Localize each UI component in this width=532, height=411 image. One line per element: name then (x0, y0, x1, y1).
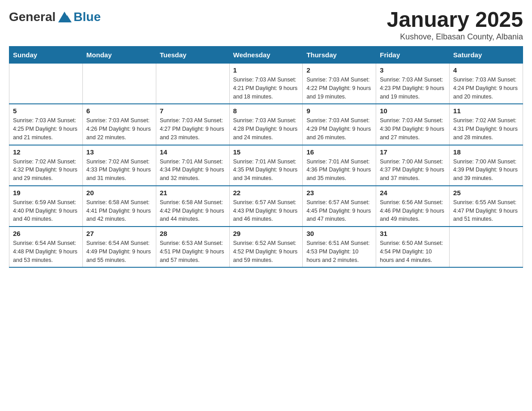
calendar-cell-week1-day6: 3Sunrise: 7:03 AM Sunset: 4:23 PM Daylig… (376, 64, 450, 104)
calendar-cell-week3-day6: 17Sunrise: 7:00 AM Sunset: 4:37 PM Dayli… (376, 145, 450, 186)
logo-icon (56, 9, 73, 25)
day-number: 13 (86, 148, 152, 156)
calendar-cell-week4-day3: 21Sunrise: 6:58 AM Sunset: 4:42 PM Dayli… (156, 186, 229, 227)
calendar-week-3: 12Sunrise: 7:02 AM Sunset: 4:32 PM Dayli… (9, 145, 523, 186)
day-info: Sunrise: 6:52 AM Sunset: 4:52 PM Dayligh… (233, 239, 299, 264)
page-header: General Blue January 2025 Kushove, Elbas… (9, 9, 523, 42)
calendar-week-5: 26Sunrise: 6:54 AM Sunset: 4:48 PM Dayli… (9, 227, 523, 267)
day-info: Sunrise: 7:03 AM Sunset: 4:26 PM Dayligh… (86, 116, 152, 141)
logo: General Blue (9, 9, 101, 25)
calendar-cell-week4-day1: 19Sunrise: 6:59 AM Sunset: 4:40 PM Dayli… (9, 186, 83, 227)
day-info: Sunrise: 7:03 AM Sunset: 4:25 PM Dayligh… (13, 116, 79, 141)
day-info: Sunrise: 7:03 AM Sunset: 4:24 PM Dayligh… (453, 76, 519, 101)
calendar-header-tuesday: Tuesday (156, 47, 229, 64)
calendar-cell-week4-day2: 20Sunrise: 6:58 AM Sunset: 4:41 PM Dayli… (82, 186, 156, 227)
day-info: Sunrise: 7:01 AM Sunset: 4:36 PM Dayligh… (306, 158, 372, 183)
calendar-cell-week5-day1: 26Sunrise: 6:54 AM Sunset: 4:48 PM Dayli… (9, 227, 83, 267)
day-number: 5 (13, 107, 79, 115)
day-info: Sunrise: 7:02 AM Sunset: 4:32 PM Dayligh… (13, 158, 79, 183)
calendar-header-wednesday: Wednesday (229, 47, 303, 64)
calendar-cell-week5-day6: 31Sunrise: 6:50 AM Sunset: 4:54 PM Dayli… (376, 227, 450, 267)
calendar-cell-week3-day4: 15Sunrise: 7:01 AM Sunset: 4:35 PM Dayli… (229, 145, 303, 186)
title-section: January 2025 Kushove, Elbasan County, Al… (387, 9, 523, 42)
day-number: 20 (86, 189, 152, 197)
calendar-cell-week4-day6: 24Sunrise: 6:56 AM Sunset: 4:46 PM Dayli… (376, 186, 450, 227)
day-number: 1 (233, 66, 299, 74)
day-number: 26 (13, 230, 79, 237)
calendar-cell-week3-day2: 13Sunrise: 7:02 AM Sunset: 4:33 PM Dayli… (82, 145, 156, 186)
calendar-header-saturday: Saturday (450, 47, 523, 64)
day-info: Sunrise: 7:00 AM Sunset: 4:37 PM Dayligh… (380, 158, 446, 183)
day-number: 8 (233, 107, 299, 115)
day-number: 31 (380, 230, 446, 237)
day-number: 23 (306, 189, 372, 197)
day-number: 29 (233, 230, 299, 237)
calendar-header-friday: Friday (376, 47, 450, 64)
calendar-cell-week4-day7: 25Sunrise: 6:55 AM Sunset: 4:47 PM Dayli… (450, 186, 523, 227)
day-info: Sunrise: 6:55 AM Sunset: 4:47 PM Dayligh… (453, 198, 519, 223)
calendar-cell-week4-day4: 22Sunrise: 6:57 AM Sunset: 4:43 PM Dayli… (229, 186, 303, 227)
day-info: Sunrise: 7:03 AM Sunset: 4:21 PM Dayligh… (233, 76, 299, 101)
calendar-table: SundayMondayTuesdayWednesdayThursdayFrid… (9, 46, 523, 268)
day-info: Sunrise: 7:02 AM Sunset: 4:33 PM Dayligh… (86, 158, 152, 183)
day-number: 11 (453, 107, 519, 115)
day-number: 12 (13, 148, 79, 156)
day-number: 25 (453, 189, 519, 197)
day-number: 6 (86, 107, 152, 115)
day-number: 17 (380, 148, 446, 156)
calendar-cell-week2-day7: 11Sunrise: 7:02 AM Sunset: 4:31 PM Dayli… (450, 104, 523, 145)
day-info: Sunrise: 6:59 AM Sunset: 4:40 PM Dayligh… (13, 198, 79, 223)
day-info: Sunrise: 7:03 AM Sunset: 4:27 PM Dayligh… (160, 116, 226, 141)
calendar-cell-week2-day2: 6Sunrise: 7:03 AM Sunset: 4:26 PM Daylig… (82, 104, 156, 145)
day-number: 18 (453, 148, 519, 156)
day-info: Sunrise: 6:58 AM Sunset: 4:42 PM Dayligh… (160, 198, 226, 223)
day-info: Sunrise: 7:03 AM Sunset: 4:28 PM Dayligh… (233, 116, 299, 141)
calendar-cell-week5-day3: 28Sunrise: 6:53 AM Sunset: 4:51 PM Dayli… (156, 227, 229, 267)
calendar-cell-week3-day5: 16Sunrise: 7:01 AM Sunset: 4:36 PM Dayli… (303, 145, 376, 186)
day-info: Sunrise: 7:03 AM Sunset: 4:23 PM Dayligh… (380, 76, 446, 101)
day-number: 3 (380, 66, 446, 74)
day-info: Sunrise: 6:58 AM Sunset: 4:41 PM Dayligh… (86, 198, 152, 223)
day-number: 19 (13, 189, 79, 197)
day-info: Sunrise: 7:03 AM Sunset: 4:30 PM Dayligh… (380, 116, 446, 141)
day-info: Sunrise: 7:03 AM Sunset: 4:22 PM Dayligh… (306, 76, 372, 101)
day-number: 7 (160, 107, 226, 115)
calendar-header-thursday: Thursday (303, 47, 376, 64)
calendar-cell-week2-day1: 5Sunrise: 7:03 AM Sunset: 4:25 PM Daylig… (9, 104, 83, 145)
day-number: 10 (380, 107, 446, 115)
day-number: 22 (233, 189, 299, 197)
location-title: Kushove, Elbasan County, Albania (387, 32, 523, 42)
day-info: Sunrise: 7:01 AM Sunset: 4:34 PM Dayligh… (160, 158, 226, 183)
logo-general-text: General (9, 10, 56, 24)
day-info: Sunrise: 7:02 AM Sunset: 4:31 PM Dayligh… (453, 116, 519, 141)
day-number: 27 (86, 230, 152, 237)
day-info: Sunrise: 7:01 AM Sunset: 4:35 PM Dayligh… (233, 158, 299, 183)
day-number: 21 (160, 189, 226, 197)
day-info: Sunrise: 6:57 AM Sunset: 4:43 PM Dayligh… (233, 198, 299, 223)
day-info: Sunrise: 6:53 AM Sunset: 4:51 PM Dayligh… (160, 239, 226, 264)
day-number: 14 (160, 148, 226, 156)
day-number: 24 (380, 189, 446, 197)
calendar-cell-week1-day1 (9, 64, 83, 104)
calendar-cell-week5-day5: 30Sunrise: 6:51 AM Sunset: 4:53 PM Dayli… (303, 227, 376, 267)
calendar-week-1: 1Sunrise: 7:03 AM Sunset: 4:21 PM Daylig… (9, 64, 523, 104)
day-info: Sunrise: 6:50 AM Sunset: 4:54 PM Dayligh… (380, 239, 446, 264)
month-title: January 2025 (387, 9, 523, 30)
calendar-cell-week5-day7 (450, 227, 523, 267)
calendar-week-2: 5Sunrise: 7:03 AM Sunset: 4:25 PM Daylig… (9, 104, 523, 145)
calendar-cell-week1-day7: 4Sunrise: 7:03 AM Sunset: 4:24 PM Daylig… (450, 64, 523, 104)
calendar-cell-week3-day7: 18Sunrise: 7:00 AM Sunset: 4:39 PM Dayli… (450, 145, 523, 186)
calendar-cell-week5-day2: 27Sunrise: 6:54 AM Sunset: 4:49 PM Dayli… (82, 227, 156, 267)
calendar-cell-week1-day4: 1Sunrise: 7:03 AM Sunset: 4:21 PM Daylig… (229, 64, 303, 104)
day-info: Sunrise: 6:54 AM Sunset: 4:48 PM Dayligh… (13, 239, 79, 264)
calendar-cell-week4-day5: 23Sunrise: 6:57 AM Sunset: 4:45 PM Dayli… (303, 186, 376, 227)
calendar-cell-week5-day4: 29Sunrise: 6:52 AM Sunset: 4:52 PM Dayli… (229, 227, 303, 267)
day-number: 2 (306, 66, 372, 74)
day-number: 30 (306, 230, 372, 237)
calendar-cell-week2-day6: 10Sunrise: 7:03 AM Sunset: 4:30 PM Dayli… (376, 104, 450, 145)
calendar-cell-week1-day5: 2Sunrise: 7:03 AM Sunset: 4:22 PM Daylig… (303, 64, 376, 104)
calendar-cell-week2-day3: 7Sunrise: 7:03 AM Sunset: 4:27 PM Daylig… (156, 104, 229, 145)
calendar-cell-week3-day3: 14Sunrise: 7:01 AM Sunset: 4:34 PM Dayli… (156, 145, 229, 186)
calendar-cell-week2-day5: 9Sunrise: 7:03 AM Sunset: 4:29 PM Daylig… (303, 104, 376, 145)
calendar-cell-week1-day2 (82, 64, 156, 104)
